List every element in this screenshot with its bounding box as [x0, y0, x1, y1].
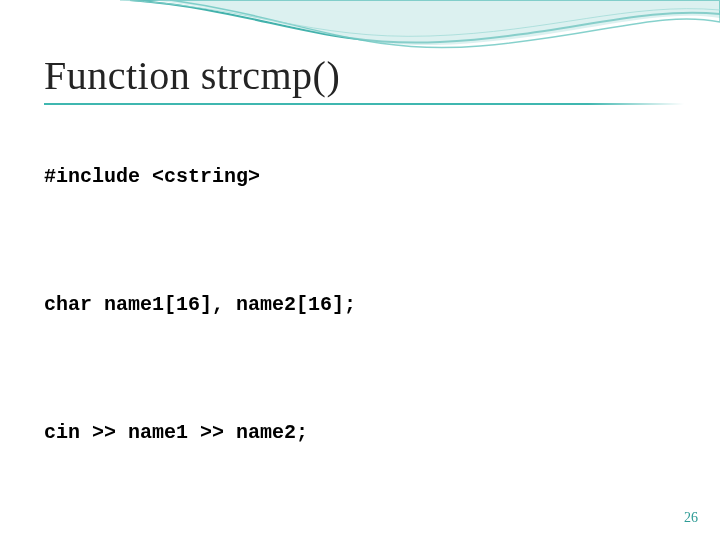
title-underline — [44, 103, 684, 105]
code-line: cin >> name1 >> name2; — [44, 422, 676, 444]
code-line: char name1[16], name2[16]; — [44, 294, 676, 316]
code-line: #include <cstring> — [44, 166, 676, 188]
slide-content: Function strcmp() #include <cstring> cha… — [0, 0, 720, 540]
page-number: 26 — [684, 510, 698, 526]
slide-title: Function strcmp() — [44, 52, 676, 99]
code-block: #include <cstring> char name1[16], name2… — [44, 123, 676, 540]
